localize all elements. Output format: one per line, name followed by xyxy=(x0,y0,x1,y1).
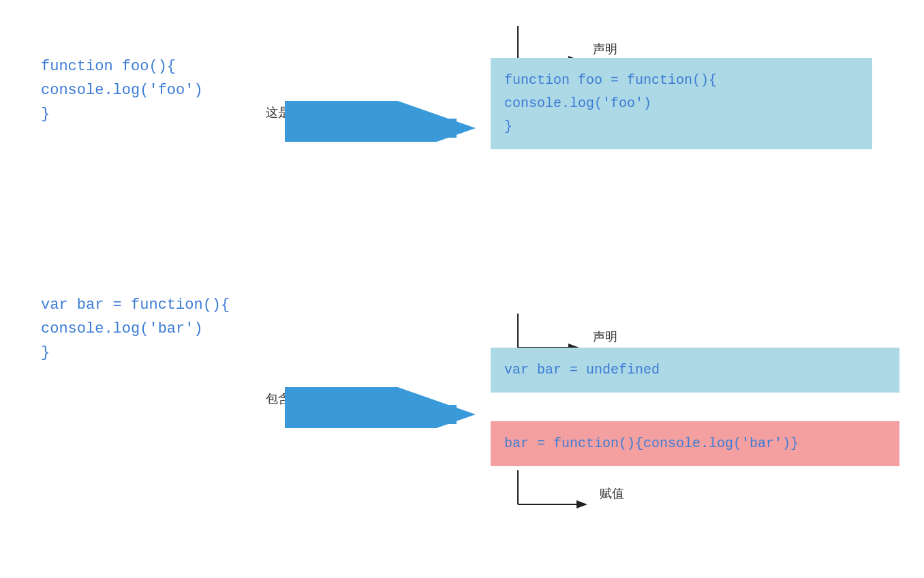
top-source-code: function foo(){ console.log('foo') } xyxy=(41,55,203,127)
top-big-arrow xyxy=(259,101,477,142)
top-code-line3: } xyxy=(41,102,203,126)
bottom-box2-line1: bar = function(){console.log('bar')} xyxy=(504,432,886,455)
top-box-line1: function foo = function(){ xyxy=(504,69,859,92)
bottom-code-line2: console.log('bar') xyxy=(41,317,230,341)
bottom-annotation-bottom-text: 赋值 xyxy=(600,485,624,502)
top-code-line1: function foo(){ xyxy=(41,55,203,78)
top-box-line3: } xyxy=(504,115,859,138)
top-blue-box: function foo = function(){ console.log('… xyxy=(491,58,872,149)
bottom-code-line1: var bar = function(){ xyxy=(41,293,230,317)
bottom-annotation-arrow-bottom xyxy=(477,463,613,532)
bottom-annotation-top-text: 声明 xyxy=(593,329,617,345)
bottom-box1-line1: var bar = undefined xyxy=(504,359,886,382)
bottom-code-line3: } xyxy=(41,341,230,365)
bottom-pink-box: bar = function(){console.log('bar')} xyxy=(491,421,899,466)
bottom-source-code: var bar = function(){ console.log('bar')… xyxy=(41,293,230,365)
main-container: function foo(){ console.log('foo') } 这是一… xyxy=(0,0,924,578)
bottom-blue-box: var bar = undefined xyxy=(491,348,899,393)
top-code-line2: console.log('foo') xyxy=(41,78,203,102)
bottom-big-arrow xyxy=(259,387,477,428)
top-annotation-text: 声明 xyxy=(593,41,617,57)
top-section: function foo(){ console.log('foo') } xyxy=(41,55,203,127)
bottom-section: var bar = function(){ console.log('bar')… xyxy=(41,293,230,365)
top-box-line2: console.log('foo') xyxy=(504,92,859,115)
